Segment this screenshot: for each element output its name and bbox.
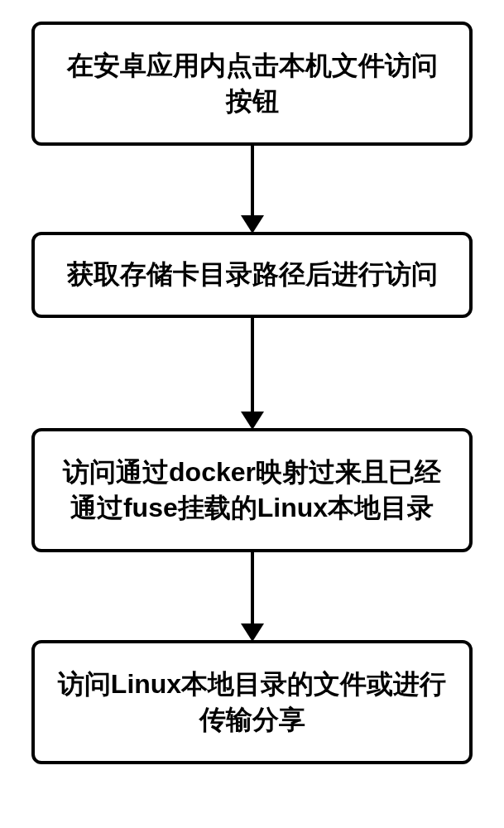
flow-step-4: 访问Linux本地目录的文件或进行传输分享 bbox=[31, 640, 473, 764]
flowchart-container: 在安卓应用内点击本机文件访问按钮 获取存储卡目录路径后进行访问 访问通过dock… bbox=[31, 22, 473, 764]
flow-step-4-label: 访问Linux本地目录的文件或进行传输分享 bbox=[55, 667, 449, 738]
flow-step-2: 获取存储卡目录路径后进行访问 bbox=[31, 232, 473, 318]
flow-step-3: 访问通过docker映射过来且已经通过fuse挂载的Linux本地目录 bbox=[31, 428, 473, 552]
flow-step-3-label: 访问通过docker映射过来且已经通过fuse挂载的Linux本地目录 bbox=[55, 455, 449, 526]
arrow-down-icon bbox=[241, 551, 264, 642]
arrow-down-icon bbox=[241, 316, 264, 430]
flow-step-1-label: 在安卓应用内点击本机文件访问按钮 bbox=[55, 48, 449, 119]
arrow-down-icon bbox=[241, 144, 264, 233]
flow-step-2-label: 获取存储卡目录路径后进行访问 bbox=[67, 257, 438, 292]
flow-step-1: 在安卓应用内点击本机文件访问按钮 bbox=[31, 22, 473, 146]
